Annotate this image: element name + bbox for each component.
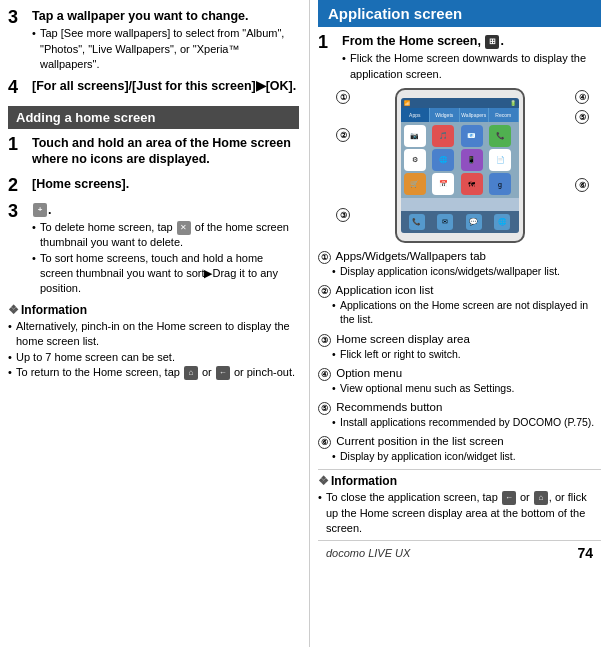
bullet-sort: To sort home screens, touch and hold a h… [32, 251, 299, 297]
desc-header-5: ⑤ Recommends button [318, 400, 601, 415]
callout-sub-2: Applications on the Home screen are not … [318, 298, 601, 326]
desc-header-3: ③ Home screen display area [318, 332, 601, 347]
phone-screen: 📶 🔋 Apps Widgets Wallpapers Recom 📷 🎵 📧 … [401, 98, 519, 233]
callout-sub-item: Display application icons/widgets/wallpa… [332, 264, 601, 278]
callout-sub-item: Applications on the Home screen are not … [332, 298, 601, 326]
callout-label-3: Home screen display area [336, 333, 470, 345]
step-content: Tap a wallpaper you want to change. Tap … [32, 8, 299, 72]
desc-item-4: ④ Option menu View optional menu such as… [318, 366, 601, 395]
callout-5: ⑤ [575, 110, 589, 124]
left-column: 3 Tap a wallpaper you want to change. Ta… [0, 0, 310, 647]
desc-header-6: ⑥ Current position in the list screen [318, 434, 601, 449]
info-bullet-2: Up to 7 home screen can be set. [8, 350, 299, 365]
step-3-wallpaper: 3 Tap a wallpaper you want to change. Ta… [8, 8, 299, 72]
step-title: [Home screens]. [32, 176, 299, 192]
callout-descriptions: ① Apps/Widgets/Wallpapers tab Display ap… [318, 249, 601, 536]
desc-item-6: ⑥ Current position in the list screen Di… [318, 434, 601, 463]
info-bullet-1: Alternatively, pinch-in on the Home scre… [8, 319, 299, 350]
step-1-touch-hold: 1 Touch and hold an area of the Home scr… [8, 135, 299, 170]
bullet-item: Tap [See more wallpapers] to select from… [32, 26, 299, 72]
callout-sub-item: View optional menu such as Settings. [332, 381, 601, 395]
app-icon-4: 📞 [489, 125, 511, 147]
step-bullet-1: Flick the Home screen downwards to displ… [342, 51, 601, 82]
app-icon-6: 🌐 [432, 149, 454, 171]
step-number: 1 [8, 135, 26, 155]
widgets-tab: Widgets [430, 108, 460, 122]
desc-item-3: ③ Home screen display area Flick left or… [318, 332, 601, 361]
app-icon-9: 🛒 [404, 173, 426, 195]
back-icon: ← [216, 366, 230, 380]
phone-illustration: ① ④ ⑤ ② ⑥ ③ 📶 🔋 Apps Widgets Wallpapers [318, 88, 601, 243]
app-icon-7: 📱 [461, 149, 483, 171]
info-title: ❖Information [8, 303, 299, 317]
info-box: ❖Information Alternatively, pinch-in on … [8, 303, 299, 381]
desc-item-5: ⑤ Recommends button Install applications… [318, 400, 601, 429]
desc-item-1: ① Apps/Widgets/Wallpapers tab Display ap… [318, 249, 601, 278]
dock-icon-2: ✉ [437, 214, 453, 230]
x-icon: ✕ [177, 221, 191, 235]
dock-icon-4: 🌐 [494, 214, 510, 230]
step-number: 3 [8, 8, 26, 28]
step-2-home-screens: 2 [Home screens]. [8, 176, 299, 196]
step-content: [Home screens]. [32, 176, 299, 194]
brand-label: docomo LIVE UX [326, 547, 410, 559]
wallpapers-tab: Wallpapers [460, 108, 490, 122]
app-grid: 📷 🎵 📧 📞 ⚙ 🌐 📱 📄 🛒 📅 🗺 g [401, 122, 519, 198]
home-button-icon: ⊞ [485, 35, 499, 49]
step-content: [For all screens]/[Just for this screen]… [32, 78, 299, 96]
step-bullets: Tap [See more wallpapers] to select from… [32, 26, 299, 72]
callout-sub-item: Install applications recommended by DOCO… [332, 415, 601, 429]
phone-status-bar: 📶 🔋 [401, 98, 519, 108]
recommends-tab: Recom [489, 108, 519, 122]
step-bullets: To delete home screen, tap ✕ of the home… [32, 220, 299, 297]
plus-icon: + [33, 203, 47, 217]
home-icon: ⌂ [184, 366, 198, 380]
circle-6: ⑥ [318, 436, 331, 449]
step-number: 1 [318, 33, 336, 53]
callout-sub-6: Display by application icon/widget list. [318, 449, 601, 463]
callout-label-1: Apps/Widgets/Wallpapers tab [336, 250, 486, 262]
desc-header-2: ② Application icon list [318, 283, 601, 298]
desc-header-1: ① Apps/Widgets/Wallpapers tab [318, 249, 601, 264]
app-icon-1: 📷 [404, 125, 426, 147]
phone-tabs-row: Apps Widgets Wallpapers Recom [401, 108, 519, 122]
callout-sub-4: View optional menu such as Settings. [318, 381, 601, 395]
app-icon-12: g [489, 173, 511, 195]
app-icon-11: 🗺 [461, 173, 483, 195]
step-3b-plus: 3 +. To delete home screen, tap ✕ of the… [8, 202, 299, 297]
info-bullets: Alternatively, pinch-in on the Home scre… [8, 319, 299, 381]
callout-sub-item: Display by application icon/widget list. [332, 449, 601, 463]
circle-2: ② [318, 285, 331, 298]
right-step-1: 1 From the Home screen, ⊞. Flick the Hom… [318, 33, 601, 82]
circle-5: ⑤ [318, 402, 331, 415]
app-icon-3: 📧 [461, 125, 483, 147]
callout-label-4: Option menu [336, 367, 402, 379]
application-screen-header: Application screen [318, 0, 601, 27]
step-content: Touch and hold an area of the Home scree… [32, 135, 299, 170]
circle-3: ③ [318, 334, 331, 347]
step-title: +. [32, 202, 299, 218]
info-bullet-3: To return to the Home screen, tap ⌂ or ←… [8, 365, 299, 380]
phone-frame: 📶 🔋 Apps Widgets Wallpapers Recom 📷 🎵 📧 … [395, 88, 525, 243]
diamond-icon: ❖ [8, 303, 19, 317]
right-info-bullets: To close the application screen, tap ← o… [318, 490, 601, 536]
app-icon-8: 📄 [489, 149, 511, 171]
step-title: From the Home screen, ⊞. [342, 33, 601, 49]
callout-1: ① [336, 90, 350, 104]
circle-4: ④ [318, 368, 331, 381]
right-column: Application screen 1 From the Home scree… [310, 0, 609, 647]
circle-1: ① [318, 251, 331, 264]
callout-sub-item: Flick left or right to switch. [332, 347, 601, 361]
step-number: 2 [8, 176, 26, 196]
status-icons: 📶 [404, 100, 410, 106]
step-number: 3 [8, 202, 26, 222]
right-info-title: ❖Information [318, 474, 601, 488]
app-icon-5: ⚙ [404, 149, 426, 171]
step-title: Tap a wallpaper you want to change. [32, 8, 299, 24]
callout-label-5: Recommends button [336, 401, 442, 413]
callout-label-6: Current position in the list screen [336, 435, 503, 447]
callout-sub-1: Display application icons/widgets/wallpa… [318, 264, 601, 278]
step-bullets: Flick the Home screen downwards to displ… [342, 51, 601, 82]
callout-sub-5: Install applications recommended by DOCO… [318, 415, 601, 429]
right-info-box: ❖Information To close the application sc… [318, 469, 601, 536]
